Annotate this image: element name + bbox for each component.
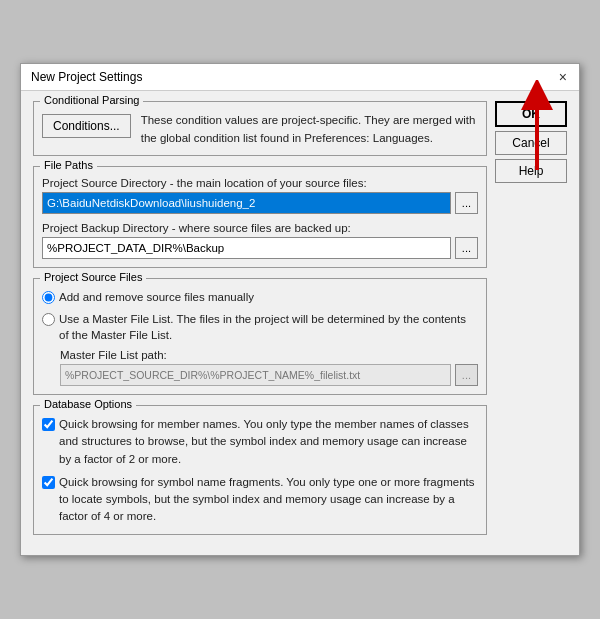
checkbox1-label: Quick browsing for member names. You onl… <box>59 416 478 468</box>
checkbox2-label: Quick browsing for symbol name fragments… <box>59 474 478 526</box>
backup-dir-input-row: ... <box>42 237 478 259</box>
conditional-parsing-content: Conditions... These condition values are… <box>42 112 478 147</box>
file-paths-label: File Paths <box>40 159 97 171</box>
source-dir-row: Project Source Directory - the main loca… <box>42 177 478 214</box>
help-button[interactable]: Help <box>495 159 567 183</box>
conditional-parsing-label: Conditional Parsing <box>40 94 143 106</box>
ok-button[interactable]: OK <box>495 101 567 127</box>
new-project-settings-dialog: New Project Settings × Conditional Parsi… <box>20 63 580 555</box>
source-dir-label: Project Source Directory - the main loca… <box>42 177 478 189</box>
file-paths-section: File Paths Project Source Directory - th… <box>33 166 487 268</box>
source-dir-input-row: ... <box>42 192 478 214</box>
dialog-title: New Project Settings <box>31 70 142 84</box>
side-buttons: OK Cancel Help <box>495 101 567 544</box>
radio1-label: Add and remove source files manually <box>59 289 254 305</box>
checkbox-symbol-fragments[interactable] <box>42 476 55 489</box>
source-dir-input[interactable] <box>42 192 451 214</box>
backup-dir-row: Project Backup Directory - where source … <box>42 222 478 259</box>
title-bar: New Project Settings × <box>21 64 579 91</box>
master-file-input[interactable] <box>60 364 451 386</box>
master-file-browse-button[interactable]: ... <box>455 364 478 386</box>
radio2-label: Use a Master File List. The files in the… <box>59 311 478 343</box>
dialog-body: Conditional Parsing Conditions... These … <box>21 91 579 554</box>
conditional-row: Conditions... These condition values are… <box>42 112 478 147</box>
backup-dir-input[interactable] <box>42 237 451 259</box>
backup-dir-label: Project Backup Directory - where source … <box>42 222 478 234</box>
source-dir-browse-button[interactable]: ... <box>455 192 478 214</box>
conditions-button[interactable]: Conditions... <box>42 114 131 138</box>
checkbox2-row: Quick browsing for symbol name fragments… <box>42 474 478 526</box>
radio2-row: Use a Master File List. The files in the… <box>42 311 478 343</box>
main-content: Conditional Parsing Conditions... These … <box>33 101 487 544</box>
radio1-row: Add and remove source files manually <box>42 289 478 305</box>
checkbox-member-names[interactable] <box>42 418 55 431</box>
database-options-label: Database Options <box>40 398 136 410</box>
project-source-files-section: Project Source Files Add and remove sour… <box>33 278 487 395</box>
close-button[interactable]: × <box>557 70 569 84</box>
master-file-input-row: ... <box>60 364 478 386</box>
checkbox1-row: Quick browsing for member names. You onl… <box>42 416 478 468</box>
radio-manual[interactable] <box>42 291 55 304</box>
project-source-files-content: Add and remove source files manually Use… <box>42 289 478 386</box>
database-options-content: Quick browsing for member names. You onl… <box>42 416 478 526</box>
radio-master[interactable] <box>42 313 55 326</box>
database-options-section: Database Options Quick browsing for memb… <box>33 405 487 535</box>
conditional-description: These condition values are project-speci… <box>141 112 478 147</box>
cancel-button[interactable]: Cancel <box>495 131 567 155</box>
conditional-parsing-section: Conditional Parsing Conditions... These … <box>33 101 487 156</box>
backup-dir-browse-button[interactable]: ... <box>455 237 478 259</box>
project-source-files-label: Project Source Files <box>40 271 146 283</box>
file-paths-content: Project Source Directory - the main loca… <box>42 177 478 259</box>
master-file-label: Master File List path: <box>60 349 478 361</box>
